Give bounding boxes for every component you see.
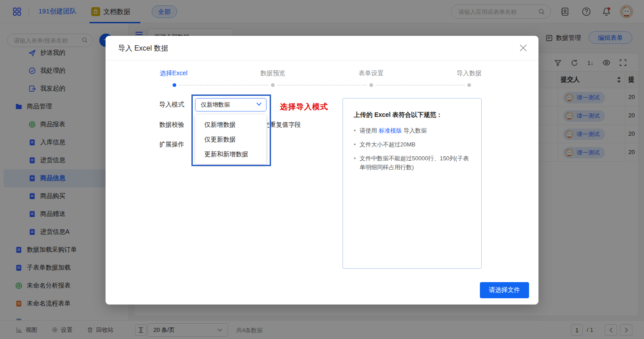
import-mode-dropdown: 仅新增数据 仅更新数据 更新和新增数据: [195, 115, 266, 164]
step-data-preview: 数据预览: [260, 69, 285, 77]
spec-title: 上传的 Excel 表符合以下规范：: [354, 111, 470, 119]
standard-template-link[interactable]: 标准模版: [379, 127, 402, 134]
step-form-settings: 表单设置: [359, 69, 384, 77]
step-dot: [369, 83, 373, 87]
option-update-and-add[interactable]: 更新和新增数据: [195, 147, 266, 162]
spec-bullet-limit: 文件中数据不能超过50000行、150列(子表单明细同样占用行数): [354, 154, 470, 172]
annotation-text: 选择导入模式: [280, 102, 328, 112]
data-check-fragment: 交重复值字段: [267, 121, 301, 129]
step-connector: [277, 85, 367, 86]
import-excel-modal: 导入 Excel 数据 选择Excel 数据预览 表单设置 导入数据 导入模式 …: [106, 36, 538, 305]
data-check-label: 数据校验: [159, 121, 184, 129]
step-dot: [271, 83, 275, 87]
close-icon[interactable]: [519, 44, 528, 53]
extend-ops-label: 扩展操作: [159, 141, 184, 149]
option-update-only[interactable]: 仅更新数据: [195, 132, 266, 147]
import-mode-select[interactable]: 仅新增数据: [195, 98, 267, 112]
option-add-only[interactable]: 仅新增数据: [195, 117, 266, 132]
step-select-excel: 选择Excel: [160, 69, 187, 77]
chevron-down-icon: [256, 102, 262, 106]
spec-bullet-template: 请使用 标准模版 导入数据: [354, 126, 470, 135]
choose-file-button[interactable]: 请选择文件: [480, 282, 529, 298]
import-mode-label: 导入模式: [159, 101, 184, 109]
modal-title: 导入 Excel 数据: [118, 44, 168, 53]
excel-spec-panel: 上传的 Excel 表符合以下规范： 请使用 标准模版 导入数据 文件大小不超过…: [343, 98, 482, 269]
step-connector: [179, 85, 268, 86]
step-import-data: 导入数据: [457, 69, 482, 77]
modal-header: 导入 Excel 数据: [106, 36, 538, 60]
step-dot-active: [173, 83, 176, 87]
spec-bullet-size: 文件大小不超过20MB: [354, 140, 470, 149]
step-connector: [376, 85, 465, 86]
app-root: 191创建团队 文档数据 全部: [0, 0, 644, 339]
step-dot: [467, 83, 471, 87]
